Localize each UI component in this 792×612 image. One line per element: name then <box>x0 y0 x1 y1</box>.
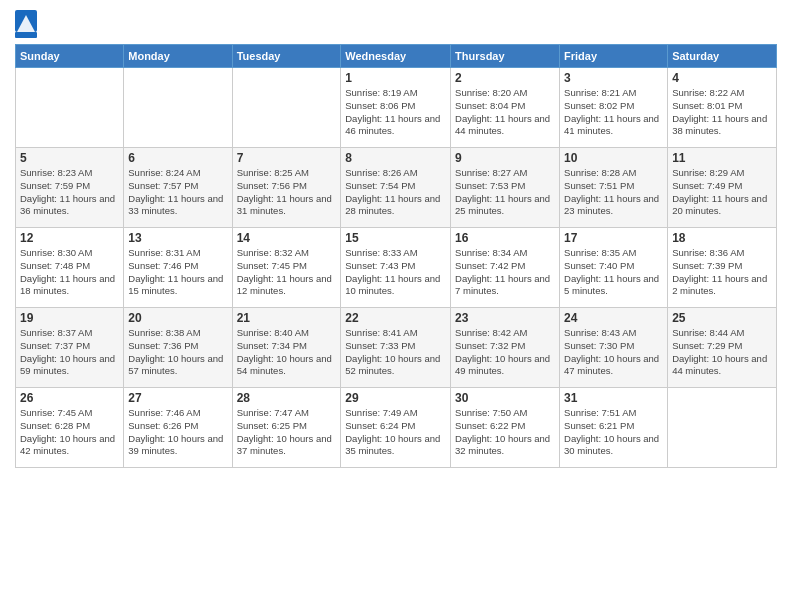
calendar-week-1: 1Sunrise: 8:19 AM Sunset: 8:06 PM Daylig… <box>16 68 777 148</box>
calendar-cell: 23Sunrise: 8:42 AM Sunset: 7:32 PM Dayli… <box>451 308 560 388</box>
day-number: 21 <box>237 311 337 325</box>
day-info: Sunrise: 7:45 AM Sunset: 6:28 PM Dayligh… <box>20 407 119 458</box>
calendar-cell: 24Sunrise: 8:43 AM Sunset: 7:30 PM Dayli… <box>560 308 668 388</box>
day-info: Sunrise: 7:46 AM Sunset: 6:26 PM Dayligh… <box>128 407 227 458</box>
day-number: 3 <box>564 71 663 85</box>
calendar-cell: 8Sunrise: 8:26 AM Sunset: 7:54 PM Daylig… <box>341 148 451 228</box>
day-number: 29 <box>345 391 446 405</box>
day-info: Sunrise: 8:21 AM Sunset: 8:02 PM Dayligh… <box>564 87 663 138</box>
calendar-cell: 15Sunrise: 8:33 AM Sunset: 7:43 PM Dayli… <box>341 228 451 308</box>
day-number: 23 <box>455 311 555 325</box>
day-info: Sunrise: 8:33 AM Sunset: 7:43 PM Dayligh… <box>345 247 446 298</box>
day-number: 14 <box>237 231 337 245</box>
calendar-cell: 27Sunrise: 7:46 AM Sunset: 6:26 PM Dayli… <box>124 388 232 468</box>
day-number: 9 <box>455 151 555 165</box>
day-info: Sunrise: 8:36 AM Sunset: 7:39 PM Dayligh… <box>672 247 772 298</box>
day-number: 10 <box>564 151 663 165</box>
calendar-header-tuesday: Tuesday <box>232 45 341 68</box>
day-info: Sunrise: 8:35 AM Sunset: 7:40 PM Dayligh… <box>564 247 663 298</box>
day-number: 17 <box>564 231 663 245</box>
calendar-header-saturday: Saturday <box>668 45 777 68</box>
day-info: Sunrise: 8:38 AM Sunset: 7:36 PM Dayligh… <box>128 327 227 378</box>
calendar-header-sunday: Sunday <box>16 45 124 68</box>
day-number: 6 <box>128 151 227 165</box>
calendar-header-thursday: Thursday <box>451 45 560 68</box>
day-number: 27 <box>128 391 227 405</box>
calendar-cell: 19Sunrise: 8:37 AM Sunset: 7:37 PM Dayli… <box>16 308 124 388</box>
calendar-week-5: 26Sunrise: 7:45 AM Sunset: 6:28 PM Dayli… <box>16 388 777 468</box>
day-number: 26 <box>20 391 119 405</box>
day-number: 1 <box>345 71 446 85</box>
day-info: Sunrise: 8:43 AM Sunset: 7:30 PM Dayligh… <box>564 327 663 378</box>
day-info: Sunrise: 8:30 AM Sunset: 7:48 PM Dayligh… <box>20 247 119 298</box>
day-info: Sunrise: 8:28 AM Sunset: 7:51 PM Dayligh… <box>564 167 663 218</box>
calendar-cell: 3Sunrise: 8:21 AM Sunset: 8:02 PM Daylig… <box>560 68 668 148</box>
day-number: 28 <box>237 391 337 405</box>
day-number: 30 <box>455 391 555 405</box>
day-number: 19 <box>20 311 119 325</box>
day-number: 20 <box>128 311 227 325</box>
day-number: 11 <box>672 151 772 165</box>
calendar-cell: 16Sunrise: 8:34 AM Sunset: 7:42 PM Dayli… <box>451 228 560 308</box>
day-info: Sunrise: 8:24 AM Sunset: 7:57 PM Dayligh… <box>128 167 227 218</box>
calendar-cell: 25Sunrise: 8:44 AM Sunset: 7:29 PM Dayli… <box>668 308 777 388</box>
calendar-cell: 14Sunrise: 8:32 AM Sunset: 7:45 PM Dayli… <box>232 228 341 308</box>
day-info: Sunrise: 8:25 AM Sunset: 7:56 PM Dayligh… <box>237 167 337 218</box>
day-info: Sunrise: 8:42 AM Sunset: 7:32 PM Dayligh… <box>455 327 555 378</box>
day-number: 8 <box>345 151 446 165</box>
calendar-header-wednesday: Wednesday <box>341 45 451 68</box>
day-number: 13 <box>128 231 227 245</box>
day-info: Sunrise: 8:40 AM Sunset: 7:34 PM Dayligh… <box>237 327 337 378</box>
calendar-cell: 31Sunrise: 7:51 AM Sunset: 6:21 PM Dayli… <box>560 388 668 468</box>
page: SundayMondayTuesdayWednesdayThursdayFrid… <box>0 0 792 612</box>
calendar-header-monday: Monday <box>124 45 232 68</box>
day-info: Sunrise: 8:20 AM Sunset: 8:04 PM Dayligh… <box>455 87 555 138</box>
day-number: 7 <box>237 151 337 165</box>
header <box>15 10 777 38</box>
calendar-week-3: 12Sunrise: 8:30 AM Sunset: 7:48 PM Dayli… <box>16 228 777 308</box>
calendar-cell: 2Sunrise: 8:20 AM Sunset: 8:04 PM Daylig… <box>451 68 560 148</box>
svg-rect-2 <box>15 32 37 38</box>
day-info: Sunrise: 8:37 AM Sunset: 7:37 PM Dayligh… <box>20 327 119 378</box>
calendar-cell: 20Sunrise: 8:38 AM Sunset: 7:36 PM Dayli… <box>124 308 232 388</box>
calendar-header-row: SundayMondayTuesdayWednesdayThursdayFrid… <box>16 45 777 68</box>
calendar-cell: 18Sunrise: 8:36 AM Sunset: 7:39 PM Dayli… <box>668 228 777 308</box>
day-number: 22 <box>345 311 446 325</box>
day-number: 12 <box>20 231 119 245</box>
calendar-cell <box>16 68 124 148</box>
calendar: SundayMondayTuesdayWednesdayThursdayFrid… <box>15 44 777 468</box>
day-info: Sunrise: 8:31 AM Sunset: 7:46 PM Dayligh… <box>128 247 227 298</box>
calendar-cell: 28Sunrise: 7:47 AM Sunset: 6:25 PM Dayli… <box>232 388 341 468</box>
day-info: Sunrise: 7:50 AM Sunset: 6:22 PM Dayligh… <box>455 407 555 458</box>
day-info: Sunrise: 7:47 AM Sunset: 6:25 PM Dayligh… <box>237 407 337 458</box>
calendar-cell: 4Sunrise: 8:22 AM Sunset: 8:01 PM Daylig… <box>668 68 777 148</box>
day-info: Sunrise: 8:41 AM Sunset: 7:33 PM Dayligh… <box>345 327 446 378</box>
calendar-cell: 5Sunrise: 8:23 AM Sunset: 7:59 PM Daylig… <box>16 148 124 228</box>
calendar-cell: 29Sunrise: 7:49 AM Sunset: 6:24 PM Dayli… <box>341 388 451 468</box>
day-number: 4 <box>672 71 772 85</box>
calendar-cell: 21Sunrise: 8:40 AM Sunset: 7:34 PM Dayli… <box>232 308 341 388</box>
calendar-cell: 12Sunrise: 8:30 AM Sunset: 7:48 PM Dayli… <box>16 228 124 308</box>
day-info: Sunrise: 8:19 AM Sunset: 8:06 PM Dayligh… <box>345 87 446 138</box>
calendar-week-4: 19Sunrise: 8:37 AM Sunset: 7:37 PM Dayli… <box>16 308 777 388</box>
day-number: 15 <box>345 231 446 245</box>
day-info: Sunrise: 8:29 AM Sunset: 7:49 PM Dayligh… <box>672 167 772 218</box>
day-number: 16 <box>455 231 555 245</box>
calendar-cell: 7Sunrise: 8:25 AM Sunset: 7:56 PM Daylig… <box>232 148 341 228</box>
day-info: Sunrise: 7:49 AM Sunset: 6:24 PM Dayligh… <box>345 407 446 458</box>
day-number: 25 <box>672 311 772 325</box>
day-info: Sunrise: 8:34 AM Sunset: 7:42 PM Dayligh… <box>455 247 555 298</box>
calendar-cell: 17Sunrise: 8:35 AM Sunset: 7:40 PM Dayli… <box>560 228 668 308</box>
day-info: Sunrise: 8:22 AM Sunset: 8:01 PM Dayligh… <box>672 87 772 138</box>
day-info: Sunrise: 8:26 AM Sunset: 7:54 PM Dayligh… <box>345 167 446 218</box>
calendar-header-friday: Friday <box>560 45 668 68</box>
calendar-cell <box>124 68 232 148</box>
calendar-cell: 30Sunrise: 7:50 AM Sunset: 6:22 PM Dayli… <box>451 388 560 468</box>
calendar-cell <box>232 68 341 148</box>
day-info: Sunrise: 8:44 AM Sunset: 7:29 PM Dayligh… <box>672 327 772 378</box>
day-info: Sunrise: 8:27 AM Sunset: 7:53 PM Dayligh… <box>455 167 555 218</box>
day-info: Sunrise: 7:51 AM Sunset: 6:21 PM Dayligh… <box>564 407 663 458</box>
calendar-week-2: 5Sunrise: 8:23 AM Sunset: 7:59 PM Daylig… <box>16 148 777 228</box>
day-info: Sunrise: 8:23 AM Sunset: 7:59 PM Dayligh… <box>20 167 119 218</box>
calendar-cell: 26Sunrise: 7:45 AM Sunset: 6:28 PM Dayli… <box>16 388 124 468</box>
